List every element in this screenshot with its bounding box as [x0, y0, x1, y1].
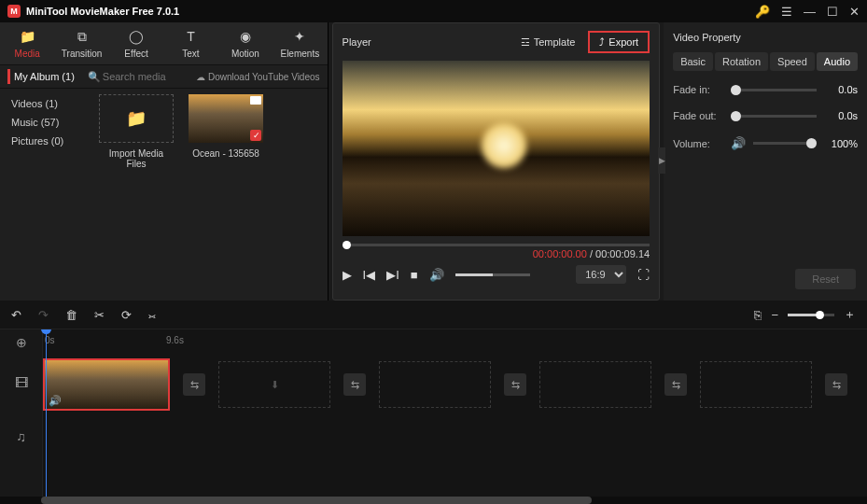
volume-icon[interactable]: 🔊	[731, 136, 746, 150]
undo-button[interactable]: ↶	[11, 308, 21, 322]
empty-clip-slot[interactable]	[379, 361, 491, 408]
delete-button[interactable]: 🗑	[65, 308, 77, 322]
empty-clip-slot[interactable]	[700, 361, 812, 408]
effect-icon: ◯	[129, 28, 144, 45]
category-videos[interactable]: Videos (1)	[6, 94, 88, 113]
close-button[interactable]: ✕	[849, 5, 860, 19]
volume-slider[interactable]	[753, 142, 817, 145]
audio-track-icon: ♫	[0, 410, 42, 464]
property-title: Video Property	[673, 32, 858, 43]
titlebar: M MiniTool MovieMaker Free 7.0.1 🔑 ☰ — ☐…	[0, 0, 867, 22]
volume-icon[interactable]: 🔊	[429, 268, 444, 282]
tab-transition[interactable]: ⧉ Transition	[54, 22, 108, 64]
motion-icon: ◉	[240, 28, 251, 45]
zoom-slider[interactable]	[788, 314, 834, 316]
transition-icon: ⧉	[77, 28, 87, 45]
media-panel: 📁 Media ⧉ Transition ◯ Effect T Text ◉ M…	[0, 22, 329, 301]
timeline-scrollbar[interactable]	[0, 497, 867, 504]
export-button[interactable]: ⤴ Export	[588, 31, 650, 53]
fade-in-value: 0.0s	[824, 84, 858, 95]
player-title: Player	[343, 36, 515, 48]
player-volume-slider[interactable]	[455, 273, 530, 276]
split-button[interactable]: ✂	[94, 308, 105, 322]
fullscreen-button[interactable]: ⛶	[637, 268, 650, 282]
fit-button[interactable]: ⎘	[754, 308, 762, 322]
tab-elements[interactable]: ✦ Elements	[273, 22, 327, 64]
timeline-tracks[interactable]: 0s 9.6s 🔊 ⇆ ⬇ ⇆ ⇆ ⇆ ⇆	[43, 329, 867, 497]
download-youtube-link[interactable]: ☁ Download YouTube Videos	[196, 72, 319, 82]
aspect-ratio-select[interactable]: 16:9	[576, 265, 626, 284]
media-clip-ocean[interactable]: ✓ Ocean - 135658	[189, 94, 263, 159]
maximize-button[interactable]: ☐	[827, 5, 838, 19]
transition-slot[interactable]: ⇆	[343, 373, 366, 396]
audio-track[interactable]	[43, 413, 867, 471]
prop-tab-basic[interactable]: Basic	[673, 52, 713, 71]
app-title: MiniTool MovieMaker Free 7.0.1	[26, 6, 755, 17]
fade-out-value: 0.0s	[824, 110, 858, 121]
stop-button[interactable]: ■	[411, 268, 418, 282]
elements-icon: ✦	[294, 28, 305, 45]
tab-media[interactable]: 📁 Media	[0, 22, 54, 64]
import-media-button[interactable]: 📁 Import Media Files	[99, 94, 174, 169]
video-track[interactable]: 🔊 ⇆ ⬇ ⇆ ⇆ ⇆ ⇆	[43, 356, 867, 413]
prop-tab-rotation[interactable]: Rotation	[715, 52, 768, 71]
fade-in-label: Fade in:	[673, 84, 723, 95]
zoom-in-button[interactable]: ＋	[844, 306, 856, 323]
crop-button[interactable]: ⟗	[148, 308, 156, 322]
empty-clip-slot[interactable]	[539, 361, 651, 408]
timeline: ↶ ↷ 🗑 ✂ ⟳ ⟗ ⎘ − ＋ ⊕ 🎞 ♫ 0s 9.6s 🔊	[0, 301, 867, 504]
search-input[interactable]	[86, 69, 189, 84]
app-logo: M	[7, 5, 21, 18]
empty-clip-slot[interactable]: ⬇	[218, 361, 330, 408]
play-button[interactable]: ▶	[343, 268, 352, 282]
speed-button[interactable]: ⟳	[121, 308, 132, 322]
main-toolbar: 📁 Media ⧉ Transition ◯ Effect T Text ◉ M…	[0, 22, 328, 65]
zoom-out-button[interactable]: −	[771, 308, 778, 322]
time-display: 00:00:00.00 / 00:00:09.14	[333, 248, 660, 259]
volume-value: 100%	[824, 138, 858, 149]
check-icon: ✓	[253, 131, 260, 140]
redo-button[interactable]: ↷	[38, 308, 49, 322]
next-frame-button[interactable]: ▶I	[386, 268, 399, 282]
timeline-toolbar: ↶ ↷ 🗑 ✂ ⟳ ⟗ ⎘ − ＋	[0, 301, 867, 329]
search-box[interactable]: 🔍	[86, 69, 189, 84]
tab-effect[interactable]: ◯ Effect	[109, 22, 163, 64]
tab-text[interactable]: T Text	[163, 22, 217, 64]
menu-icon[interactable]: ☰	[781, 5, 792, 19]
transition-slot[interactable]: ⇆	[504, 373, 526, 396]
volume-label: Volume:	[673, 138, 723, 149]
transition-slot[interactable]: ⇆	[183, 373, 205, 396]
album-tab[interactable]: My Album (1)	[7, 69, 78, 84]
transition-slot[interactable]: ⇆	[664, 373, 687, 396]
upgrade-icon[interactable]: 🔑	[755, 5, 770, 19]
player-panel: Player ☲ Template ⤴ Export 00:00:00.00 /…	[332, 22, 661, 301]
prop-tab-speed[interactable]: Speed	[770, 52, 815, 71]
collapse-properties-button[interactable]: ▶	[658, 147, 665, 174]
fade-in-slider[interactable]	[731, 89, 817, 91]
template-icon: ☲	[521, 36, 530, 49]
export-icon: ⤴	[599, 36, 605, 48]
playhead[interactable]	[46, 329, 47, 497]
scrub-bar[interactable]	[343, 244, 650, 246]
video-preview[interactable]	[343, 61, 650, 236]
reset-button[interactable]: Reset	[795, 269, 856, 289]
category-music[interactable]: Music (57)	[6, 113, 88, 132]
video-track-icon: 🎞	[0, 356, 42, 410]
folder-icon: 📁	[126, 108, 147, 129]
category-pictures[interactable]: Pictures (0)	[6, 132, 88, 150]
tab-motion[interactable]: ◉ Motion	[218, 22, 273, 64]
fade-out-slider[interactable]	[731, 115, 817, 118]
media-library: 📁 Import Media Files ✓ Ocean - 135658	[93, 89, 328, 301]
prop-tab-audio[interactable]: Audio	[817, 52, 858, 71]
timeline-clip-ocean[interactable]: 🔊	[43, 358, 170, 411]
track-headers: ⊕ 🎞 ♫	[0, 329, 43, 497]
property-panel: ▶ Video Property Basic Rotation Speed Au…	[664, 22, 867, 301]
cloud-download-icon: ☁	[196, 72, 205, 82]
add-track-button[interactable]: ⊕	[0, 329, 42, 356]
time-ruler[interactable]: 0s 9.6s	[43, 329, 867, 356]
transition-slot[interactable]: ⇆	[825, 373, 847, 396]
template-button[interactable]: ☲ Template	[515, 34, 581, 51]
search-icon: 🔍	[88, 71, 101, 83]
minimize-button[interactable]: —	[804, 5, 816, 19]
prev-frame-button[interactable]: I◀	[363, 268, 376, 282]
